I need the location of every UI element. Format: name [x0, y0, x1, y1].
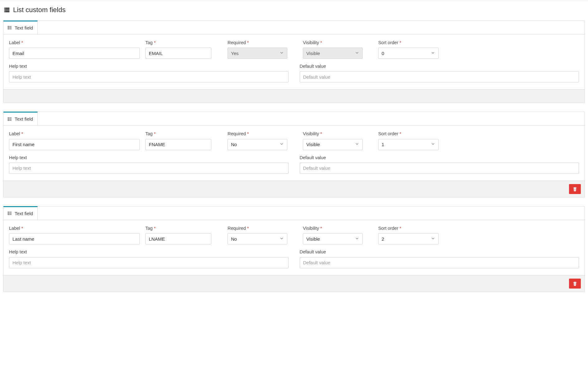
- svg-rect-9: [9, 28, 12, 28]
- chevron-down-icon: [352, 236, 359, 242]
- required-select: Yes: [228, 48, 287, 59]
- panel-footer: [3, 275, 585, 292]
- tab-row: Text field: [3, 112, 585, 126]
- label-default_value: Default value: [300, 155, 579, 161]
- field-panel: Text fieldLabel*Tag*Required*NoVisibilit…: [3, 206, 585, 292]
- chevron-down-icon: [277, 50, 284, 57]
- sort-order-input[interactable]: 0: [378, 48, 439, 59]
- svg-rect-10: [8, 29, 9, 30]
- label-required: Required*: [228, 39, 287, 46]
- required-marker: *: [320, 131, 322, 136]
- svg-rect-19: [9, 212, 12, 212]
- required-select[interactable]: No: [228, 233, 287, 244]
- visibility-select[interactable]: Visible: [303, 233, 363, 244]
- svg-rect-6: [8, 26, 9, 27]
- server-icon: [4, 7, 10, 13]
- svg-point-4: [5, 10, 5, 11]
- delete-field-button[interactable]: [569, 279, 581, 289]
- tab-label: Text field: [15, 25, 33, 31]
- label-tag: Tag*: [145, 39, 211, 46]
- svg-rect-16: [8, 120, 9, 121]
- label-required: Required*: [228, 131, 287, 137]
- svg-point-3: [5, 8, 5, 9]
- chevron-down-icon: [428, 141, 435, 148]
- required-marker: *: [21, 131, 23, 136]
- svg-rect-8: [8, 27, 9, 28]
- svg-rect-23: [9, 215, 12, 215]
- panel-body: Label*Tag*Required*YesVisibility*Visible…: [3, 35, 585, 90]
- tab-text-field[interactable]: Text field: [3, 21, 38, 34]
- field-panel: Text fieldLabel*Tag*Required*NoVisibilit…: [3, 112, 585, 197]
- label-input[interactable]: [9, 233, 140, 244]
- chevron-down-icon: [352, 50, 359, 57]
- svg-rect-7: [9, 26, 12, 27]
- field-panel: Text fieldLabel*Tag*Required*YesVisibili…: [3, 21, 585, 103]
- required-marker: *: [154, 131, 156, 136]
- tab-text-field[interactable]: Text field: [3, 112, 38, 125]
- label-required: Required*: [228, 225, 287, 231]
- required-marker: *: [399, 226, 401, 231]
- visibility-select[interactable]: Visible: [303, 139, 363, 150]
- top-divider: [0, 1, 588, 1]
- label-sort_order: Sort order*: [378, 39, 439, 46]
- list-icon: [7, 211, 12, 216]
- help-text-input[interactable]: [9, 257, 289, 268]
- tag-input[interactable]: [145, 139, 211, 150]
- chevron-down-icon: [277, 236, 284, 242]
- page-title-text: List custom fields: [13, 5, 66, 15]
- default-value-input[interactable]: [300, 257, 579, 268]
- page-title: List custom fields: [4, 5, 585, 15]
- tag-input[interactable]: [145, 233, 211, 244]
- label-tag: Tag*: [145, 131, 211, 137]
- svg-rect-22: [8, 214, 9, 215]
- label-label: Label*: [9, 131, 140, 137]
- label-visibility: Visibility*: [303, 131, 363, 137]
- default-value-input[interactable]: [300, 163, 579, 174]
- panel-body: Label*Tag*Required*NoVisibility*VisibleS…: [3, 126, 585, 181]
- tab-row: Text field: [3, 21, 585, 35]
- svg-rect-12: [8, 118, 9, 118]
- label-help_text: Help text: [9, 63, 289, 69]
- label-help_text: Help text: [9, 155, 289, 161]
- help-text-input[interactable]: [9, 71, 289, 82]
- chevron-down-icon: [352, 141, 359, 148]
- svg-rect-15: [9, 119, 12, 119]
- help-text-input[interactable]: [9, 163, 289, 174]
- chevron-down-icon: [428, 236, 435, 242]
- svg-rect-11: [9, 29, 12, 29]
- required-marker: *: [399, 131, 401, 136]
- label-visibility: Visibility*: [303, 39, 363, 46]
- required-marker: *: [21, 226, 23, 231]
- label-label: Label*: [9, 39, 140, 46]
- required-marker: *: [247, 226, 249, 231]
- list-icon: [7, 117, 12, 122]
- label-input[interactable]: [9, 139, 140, 150]
- visibility-select: Visible: [303, 48, 363, 59]
- svg-rect-17: [9, 120, 12, 120]
- label-default_value: Default value: [300, 63, 579, 69]
- required-select[interactable]: No: [228, 139, 287, 150]
- svg-rect-21: [9, 213, 12, 214]
- required-marker: *: [320, 226, 322, 231]
- sort-order-input[interactable]: 2: [378, 233, 439, 244]
- tab-label: Text field: [15, 116, 33, 122]
- required-marker: *: [21, 40, 23, 45]
- default-value-input[interactable]: [300, 71, 579, 82]
- label-tag: Tag*: [145, 225, 211, 231]
- svg-rect-14: [8, 119, 9, 120]
- sort-order-input[interactable]: 1: [378, 139, 439, 150]
- svg-rect-18: [8, 212, 9, 213]
- panel-footer: [3, 89, 585, 103]
- label-help_text: Help text: [9, 249, 289, 255]
- delete-field-button[interactable]: [569, 184, 581, 194]
- panel-body: Label*Tag*Required*NoVisibility*VisibleS…: [3, 220, 585, 275]
- label-input[interactable]: [9, 48, 140, 59]
- required-marker: *: [154, 226, 156, 231]
- svg-rect-13: [9, 118, 12, 118]
- label-visibility: Visibility*: [303, 225, 363, 231]
- panel-footer: [3, 181, 585, 197]
- required-marker: *: [399, 40, 401, 45]
- svg-point-5: [5, 12, 5, 12]
- tab-row: Text field: [3, 206, 585, 220]
- tab-text-field[interactable]: Text field: [3, 206, 38, 220]
